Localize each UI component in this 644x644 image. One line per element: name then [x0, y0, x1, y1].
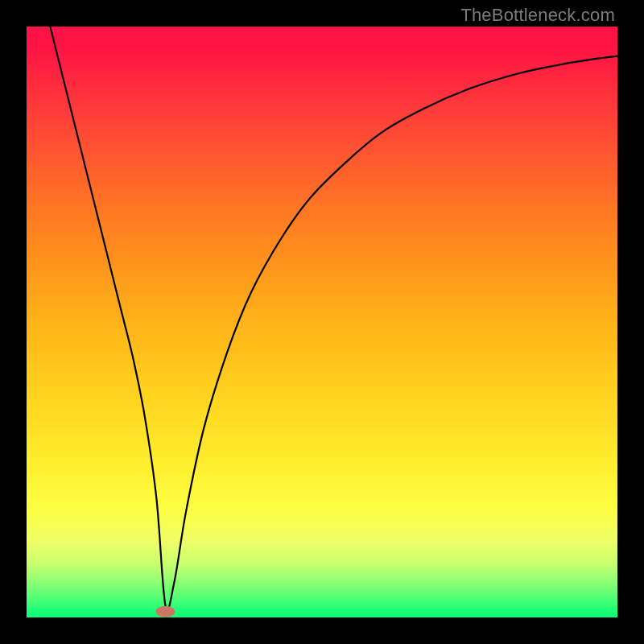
chart-frame: TheBottleneck.com — [0, 0, 644, 644]
watermark-text: TheBottleneck.com — [460, 5, 615, 26]
bottleneck-curve — [50, 27, 617, 610]
min-point-marker — [155, 606, 175, 617]
plot-area — [27, 27, 617, 617]
plot-svg — [27, 27, 617, 617]
